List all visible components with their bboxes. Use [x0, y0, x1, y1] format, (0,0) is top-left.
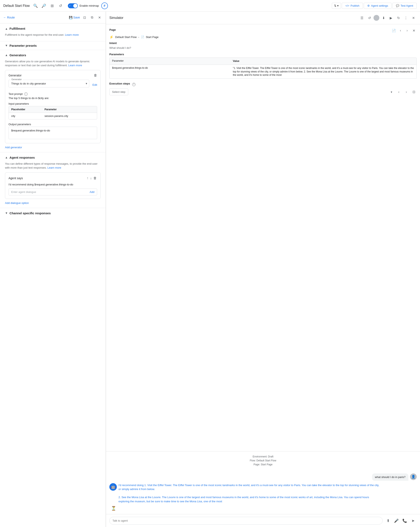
page-section: Page 📄 ‹ › ✕ ⚡ Default Start Flow - 📄 St… [109, 28, 417, 39]
agent-message-row: 🤖 I'd recommend doing 1. Visit the Eiffe… [109, 483, 417, 504]
agent-avatar-icon: 🤖 [109, 483, 117, 491]
add-dialogue-inline-button[interactable]: Add [90, 190, 94, 194]
save-button[interactable]: 💾 Save [69, 16, 80, 19]
agent-responses-header[interactable]: ▲ Agent responses [5, 156, 101, 159]
fulfillment-title: Fulfillment [10, 27, 25, 30]
move-up-button[interactable]: ↑ [86, 176, 89, 180]
user-avatar[interactable]: F [101, 2, 108, 9]
hamburger-menu-button[interactable]: ☰ [359, 14, 365, 21]
agent-message-text: I'd recommend doing 1. Visit the Eiffel … [118, 483, 380, 504]
dialogue-input-placeholder[interactable]: Enter agent dialogue [11, 190, 36, 194]
minimap-toggle[interactable]: ✓ [68, 3, 78, 8]
agent-dialogue-input-row: Enter agent dialogue Add [9, 188, 97, 195]
select-step-dropdown[interactable]: Select step [109, 88, 128, 95]
page-info-row: ⚡ Default Start Flow - 📄 Start Page [109, 35, 417, 39]
minimap-label: Enable minimap [79, 4, 99, 7]
page-label: Page [109, 28, 116, 31]
page-doc-icon: 📄 [141, 35, 144, 39]
left-panel: ← Route 💾 Save ⊡ ⧉ ✕ ▲ Fulfillment F [0, 12, 106, 527]
params-header-row: Parameter Value [109, 58, 417, 65]
expand-icon[interactable]: ⊡ [82, 14, 87, 20]
exec-next-button[interactable]: › [403, 89, 409, 95]
fulfillment-learn-more-link[interactable]: Learn more [65, 33, 79, 36]
chat-arrow-icon[interactable]: ➤ [409, 517, 417, 525]
parameters-section: Parameters Parameter Value $request.gene… [109, 53, 417, 79]
sim-refresh-button[interactable]: ↻ [395, 14, 402, 21]
page-close-button[interactable]: ✕ [411, 28, 417, 33]
fulfillment-header[interactable]: ▲ Fulfillment [5, 27, 101, 30]
exec-prev-button[interactable]: ‹ [396, 89, 402, 95]
edit-generator-link[interactable]: Edit [93, 83, 97, 86]
generators-title: Generators [10, 53, 26, 57]
delete-generator-button[interactable]: 🗑 [94, 74, 97, 77]
save-icon: 💾 [69, 16, 72, 19]
panel-header: ← Route 💾 Save ⊡ ⧉ ✕ [0, 12, 106, 23]
sync-button[interactable]: ⇅ ▾ [332, 3, 341, 9]
zoom-out-icon[interactable]: 🔎 [41, 2, 47, 9]
chat-phone-icon[interactable]: 📞 [401, 517, 408, 525]
sim-download-button[interactable]: ⬇ [380, 14, 387, 21]
chat-area: what should I do in paris? 👤 🤖 I'd recom… [106, 470, 420, 514]
agent-responses-learn-more-link[interactable]: Learn more [47, 166, 61, 169]
generators-header[interactable]: ▲ Generators [5, 53, 101, 57]
agent-says-actions: ↑ ↓ 🗑 [86, 176, 97, 180]
parameter-presets-header[interactable]: ▼ Parameter presets [5, 44, 101, 47]
flow-icon: ⚡ [109, 35, 114, 39]
generator-select[interactable]: Things to do in city generator [9, 80, 89, 88]
generators-learn-more-link[interactable]: Learn more [68, 64, 82, 67]
fit-icon[interactable]: ⊞ [49, 2, 55, 9]
close-icon[interactable]: ✕ [97, 14, 102, 20]
chat-actions: ⬆ 🎤 📞 ➤ [384, 517, 417, 525]
page-next-button[interactable]: › [404, 28, 410, 33]
chat-icon: 💬 [396, 4, 399, 7]
generator-card-header: Generator 🗑 [9, 74, 97, 77]
test-agent-label: Test Agent [400, 4, 413, 7]
right-panel: Simulator ☰ ↺ ⬇ ▶ ↻ ⋮ ✕ Page 📄 ‹ [106, 12, 420, 527]
generator-card-title: Generator [9, 74, 22, 77]
intent-label: Intent [109, 42, 417, 45]
chat-send-icon[interactable]: ⬆ [384, 517, 392, 525]
split-icon[interactable]: ⧉ [89, 14, 95, 20]
agent-responses-desc: You can define different types of respon… [5, 162, 101, 170]
sim-more-button[interactable]: ⋮ [403, 14, 409, 21]
sim-close-button[interactable]: ✕ [410, 14, 417, 21]
talk-to-agent-input[interactable] [109, 517, 383, 525]
table-row: $request.generative.things-to-do "1. Vis… [109, 65, 417, 78]
delete-response-button[interactable]: 🗑 [93, 176, 97, 180]
page-doc-button[interactable]: 📄 [391, 28, 397, 33]
channel-responses-header[interactable]: ▼ Channel specific responses [5, 211, 101, 215]
add-generator-link[interactable]: Add generator [5, 146, 22, 149]
topbar-icons: 🔍 🔎 ⊞ ↺ [32, 2, 64, 9]
execution-steps-section: Execution steps ? Select step ▾ ‹ › ⊡ [109, 82, 417, 95]
params-table-header: Placeholder Parameter [9, 106, 97, 113]
chat-mic-icon[interactable]: 🎤 [393, 517, 400, 525]
env-info-line1: Environment: Draft [106, 455, 420, 459]
agent-settings-button[interactable]: ⚙ Agent settings [364, 3, 392, 9]
add-dialogue-option-link[interactable]: Add dialogue option [5, 201, 29, 205]
simulator-actions: ☰ ↺ ⬇ ▶ ↻ ⋮ ✕ [359, 14, 417, 21]
sim-play-button[interactable]: ▶ [388, 14, 394, 21]
panel-header-left: ← Route [3, 16, 15, 19]
placeholder-cell: city [11, 114, 44, 118]
gear-icon: ⚙ [367, 4, 370, 7]
agent-says-header: Agent says ↑ ↓ 🗑 [9, 176, 97, 180]
page-prev-button[interactable]: ‹ [398, 28, 403, 33]
back-button[interactable]: ← Route [3, 16, 15, 19]
undo-icon[interactable]: ↺ [57, 2, 64, 9]
user-message-row: what should I do in paris? 👤 [109, 473, 417, 481]
publish-button[interactable]: </> Publish [342, 3, 363, 9]
agent-responses-chevron-icon: ▲ [5, 156, 8, 159]
exec-focus-button[interactable]: ⊡ [411, 89, 417, 95]
param-name-cell: $request.generative.things-to-do [112, 66, 233, 77]
test-agent-button[interactable]: 💬 Test Agent [392, 3, 417, 9]
sim-undo-button[interactable]: ↺ [366, 14, 373, 21]
parameter-presets-section: ▼ Parameter presets [0, 41, 106, 50]
generators-desc: Generators allow you to use generative A… [5, 59, 101, 67]
intent-section: Intent What should I do? [109, 42, 417, 49]
move-down-button[interactable]: ↓ [90, 176, 92, 180]
output-params-textarea[interactable]: $request.generative.things-to-do [9, 127, 97, 139]
simulator-title: Simulator [109, 16, 123, 20]
zoom-in-icon[interactable]: 🔍 [32, 2, 39, 9]
sim-status-circle [374, 15, 379, 21]
save-label: Save [73, 16, 80, 19]
